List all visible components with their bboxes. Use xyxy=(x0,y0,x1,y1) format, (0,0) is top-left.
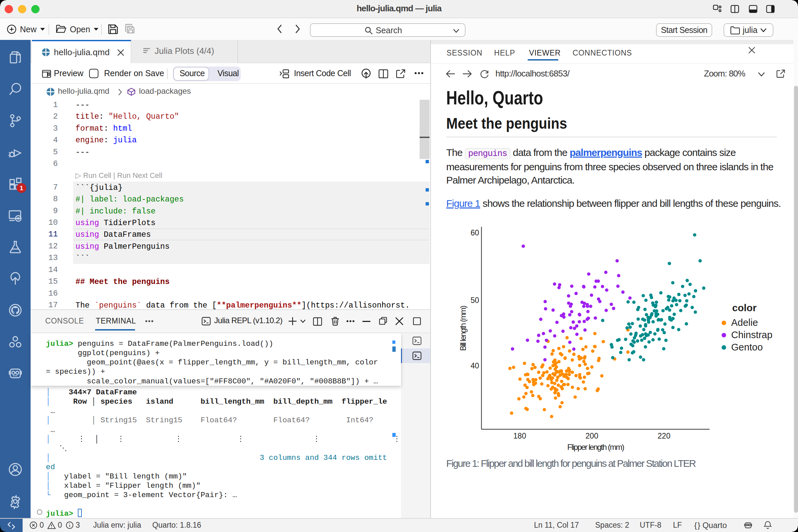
svg-text:color: color xyxy=(732,302,757,313)
svg-text:Gentoo: Gentoo xyxy=(731,342,763,353)
svg-text:50: 50 xyxy=(471,296,479,305)
svg-text:40: 40 xyxy=(471,361,479,370)
svg-text:Adelie: Adelie xyxy=(731,317,758,328)
svg-text:60: 60 xyxy=(471,228,479,237)
svg-text:Flipper length (mm): Flipper length (mm) xyxy=(567,442,624,452)
svg-text:Bill length (mm): Bill length (mm) xyxy=(458,306,468,351)
svg-text:200: 200 xyxy=(586,432,598,440)
svg-text:180: 180 xyxy=(513,432,526,440)
svg-text:Chinstrap: Chinstrap xyxy=(731,329,773,340)
svg-text:220: 220 xyxy=(658,432,671,440)
